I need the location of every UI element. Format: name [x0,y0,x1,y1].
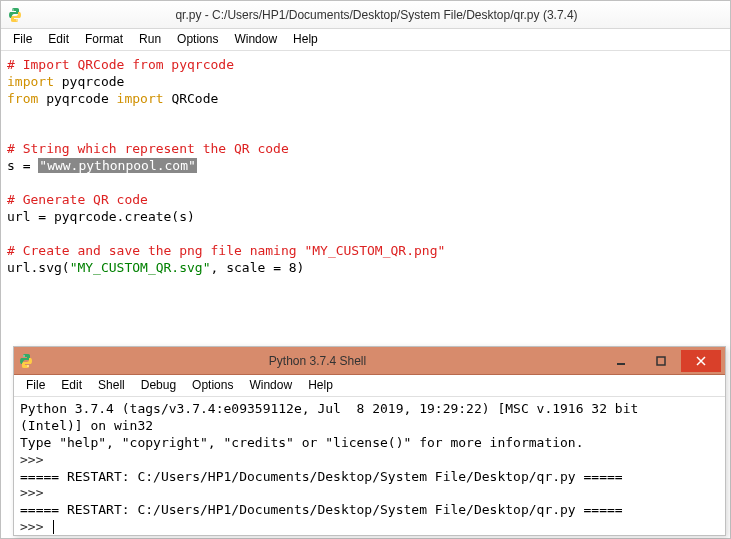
maximize-button[interactable] [641,350,681,372]
shell-banner-line: Python 3.7.4 (tags/v3.7.4:e09359112e, Ju… [20,401,638,416]
code-text: s = [7,158,38,173]
code-comment: # String which represent the QR code [7,141,289,156]
shell-menu-shell[interactable]: Shell [90,375,133,396]
code-keyword: import [7,74,54,89]
shell-titlebar[interactable]: Python 3.7.4 Shell [14,347,725,375]
shell-banner-line: Type "help", "copyright", "credits" or "… [20,435,584,450]
code-text: pyqrcode [54,74,124,89]
code-string-selected: "www.pythonpool.com" [38,158,197,173]
editor-title: qr.py - C:/Users/HP1/Documents/Desktop/S… [29,8,724,22]
svg-point-2 [23,355,24,356]
minimize-icon [616,356,626,366]
shell-menubar: File Edit Shell Debug Options Window Hel… [14,375,725,397]
shell-restart-line: ===== RESTART: C:/Users/HP1/Documents/De… [20,502,623,517]
code-string: "MY_CUSTOM_QR.svg" [70,260,211,275]
minimize-button[interactable] [601,350,641,372]
shell-output[interactable]: Python 3.7.4 (tags/v3.7.4:e09359112e, Ju… [14,397,725,535]
menu-edit[interactable]: Edit [40,29,77,50]
python-icon [7,7,23,23]
shell-prompt: >>> [20,485,43,500]
menu-format[interactable]: Format [77,29,131,50]
shell-menu-window[interactable]: Window [241,375,300,396]
editor-menubar: File Edit Format Run Options Window Help [1,29,730,51]
shell-banner-line: (Intel)] on win32 [20,418,153,433]
shell-menu-debug[interactable]: Debug [133,375,184,396]
window-controls [601,350,721,372]
code-text: url.svg( [7,260,70,275]
shell-menu-help[interactable]: Help [300,375,341,396]
menu-window[interactable]: Window [226,29,285,50]
shell-title: Python 3.7.4 Shell [34,354,601,368]
code-keyword: from [7,91,38,106]
menu-help[interactable]: Help [285,29,326,50]
svg-rect-5 [657,357,665,365]
svg-point-3 [27,365,28,366]
shell-menu-file[interactable]: File [18,375,53,396]
python-shell-window: Python 3.7.4 Shell File Edit Shell Debug… [13,346,726,536]
maximize-icon [656,356,666,366]
code-comment: # Create and save the png file naming "M… [7,243,445,258]
close-icon [696,356,706,366]
shell-prompt: >>> [20,452,43,467]
text-cursor [53,520,54,534]
menu-run[interactable]: Run [131,29,169,50]
shell-restart-line: ===== RESTART: C:/Users/HP1/Documents/De… [20,469,623,484]
close-button[interactable] [681,350,721,372]
shell-prompt: >>> [20,519,43,534]
code-text: url = pyqrcode.create(s) [7,209,195,224]
code-keyword: import [117,91,164,106]
svg-rect-4 [617,363,625,365]
code-text: pyqrcode [38,91,116,106]
code-text: , scale = 8) [211,260,305,275]
shell-menu-edit[interactable]: Edit [53,375,90,396]
shell-menu-options[interactable]: Options [184,375,241,396]
svg-point-1 [16,19,17,20]
svg-point-0 [12,9,13,10]
code-text: QRCode [164,91,219,106]
code-comment: # Import QRCode from pyqrcode [7,57,234,72]
editor-titlebar[interactable]: qr.py - C:/Users/HP1/Documents/Desktop/S… [1,1,730,29]
menu-file[interactable]: File [5,29,40,50]
python-icon [18,353,34,369]
code-comment: # Generate QR code [7,192,148,207]
menu-options[interactable]: Options [169,29,226,50]
